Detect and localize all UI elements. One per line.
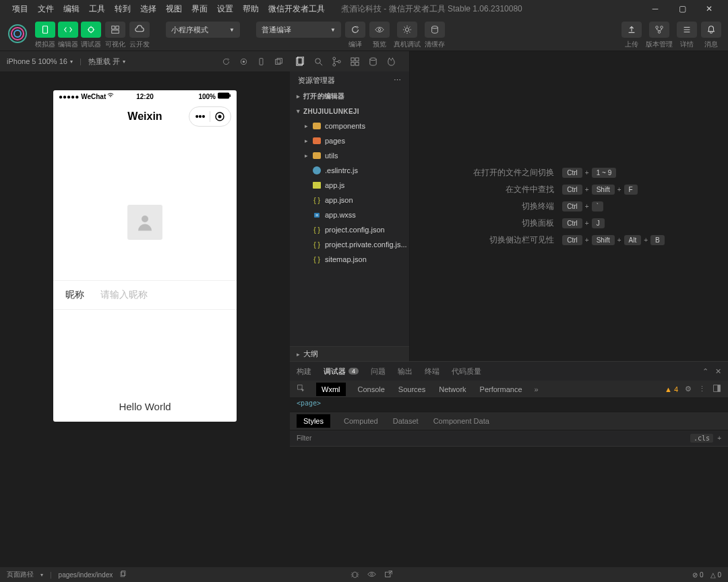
file-app.json[interactable]: { }app.json	[290, 193, 409, 207]
file-.eslintrc.js[interactable]: .eslintrc.js	[290, 163, 409, 178]
svg-point-40	[353, 572, 358, 577]
vcs-button[interactable]	[649, 22, 669, 38]
details-button[interactable]	[677, 22, 697, 38]
file-app.js[interactable]: app.js	[290, 178, 409, 193]
maximize-button[interactable]: ▢	[669, 0, 696, 18]
devtools-tab-sources[interactable]: Sources	[397, 383, 427, 396]
search-icon[interactable]	[313, 57, 324, 67]
outline-section[interactable]: ▸大纲	[290, 346, 409, 361]
element-markup[interactable]: <page>	[290, 398, 728, 412]
menu-goto[interactable]: 转到	[111, 2, 135, 16]
menu-devtools[interactable]: 微信开发者工具	[264, 2, 329, 16]
menu-view[interactable]: 视图	[162, 2, 186, 16]
db-icon[interactable]	[368, 57, 378, 67]
refresh-icon[interactable]	[221, 57, 231, 66]
devtools-tab-network[interactable]: Network	[437, 383, 467, 396]
filter-input[interactable]: Filter	[297, 434, 690, 442]
compile-button[interactable]	[345, 22, 365, 38]
styles-tab-dataset[interactable]: Dataset	[392, 414, 420, 428]
menu-project[interactable]: 项目	[8, 2, 32, 16]
upload-button[interactable]	[621, 22, 642, 38]
debugger-tab-输出[interactable]: 输出	[398, 366, 413, 377]
gear-icon[interactable]: ⚙	[685, 385, 692, 393]
nickname-input[interactable]: 请输入昵称	[100, 289, 148, 301]
tab-debugger[interactable]	[81, 22, 101, 38]
folder-pages[interactable]: ▸pages	[290, 133, 409, 148]
clear-cache-button[interactable]	[425, 22, 445, 38]
add-style-icon[interactable]: +	[717, 434, 721, 442]
devtools-tab-wxml[interactable]: Wxml	[316, 383, 346, 396]
explorer-icon[interactable]	[295, 57, 305, 67]
more-icon[interactable]: ⋯	[394, 76, 401, 85]
close-icon[interactable]: ✕	[715, 367, 721, 376]
open-editors-section[interactable]: ▸打开的编辑器	[290, 89, 409, 104]
file-project.config.json[interactable]: { }project.config.json	[290, 222, 409, 237]
file-project.private.config.js...[interactable]: { }project.private.config.js...	[290, 237, 409, 252]
toolbar: 模拟器编辑器调试器 可视化 云开发 小程序模式▼ 普通编译▼ 编译 预览 真机调…	[0, 18, 728, 51]
close-button[interactable]: ✕	[696, 0, 723, 18]
chevron-up-icon[interactable]: ⌃	[702, 367, 708, 376]
devtools-tab-performance[interactable]: Performance	[479, 383, 524, 396]
nickname-row[interactable]: 昵称 请输入昵称	[53, 280, 237, 310]
more-tabs-icon[interactable]: »	[535, 385, 539, 393]
bug-icon[interactable]	[351, 570, 359, 580]
svg-point-29	[338, 60, 340, 63]
preview-button[interactable]	[369, 22, 390, 38]
debugger-tab-代码质量[interactable]: 代码质量	[452, 366, 481, 377]
menu-edit[interactable]: 编辑	[59, 2, 84, 16]
fire-icon[interactable]	[386, 57, 396, 67]
hot-reload-toggle[interactable]: 热重载 开	[88, 57, 120, 67]
menu-interface[interactable]: 界面	[187, 2, 212, 16]
tab-visualize[interactable]	[105, 22, 125, 38]
popout-icon[interactable]	[384, 570, 393, 580]
cls-button[interactable]: .cls	[690, 434, 713, 443]
record-icon[interactable]	[239, 57, 248, 66]
tab-simulator[interactable]	[35, 22, 55, 38]
file-sitemap.json[interactable]: { }sitemap.json	[290, 252, 409, 267]
notify-button[interactable]	[701, 22, 721, 38]
menu-tools[interactable]: 工具	[85, 2, 109, 16]
target-icon[interactable]	[210, 108, 229, 125]
menu-file[interactable]: 文件	[34, 2, 58, 16]
kebab-icon[interactable]: ⋮	[698, 385, 706, 393]
avatar-placeholder[interactable]	[127, 205, 162, 240]
menu-help[interactable]: 帮助	[239, 2, 263, 16]
git-icon[interactable]	[332, 57, 342, 67]
project-section[interactable]: ▾ZHUJIULUNKEJI	[290, 104, 409, 119]
compile-select[interactable]: 普通编译▼	[256, 22, 341, 38]
svg-point-4	[89, 28, 94, 32]
error-count[interactable]: ⊘ 0	[692, 571, 703, 579]
minimize-button[interactable]: ─	[642, 0, 669, 18]
tab-editor[interactable]	[58, 22, 78, 38]
debugger-tab-构建[interactable]: 构建	[297, 366, 311, 377]
tab-cloud[interactable]	[129, 22, 150, 38]
debugger-tab-调试器[interactable]: 调试器 4	[324, 366, 359, 377]
menu-select[interactable]: 选择	[136, 2, 160, 16]
mode-select[interactable]: 小程序模式▼	[166, 22, 240, 38]
svg-point-26	[315, 58, 321, 63]
menu-dots-icon[interactable]: •••	[191, 108, 210, 125]
svg-rect-31	[355, 57, 359, 61]
folder-utils[interactable]: ▸utils	[290, 148, 409, 163]
menu-settings[interactable]: 设置	[213, 2, 237, 16]
copy-icon[interactable]	[119, 571, 127, 579]
devtools-tab-console[interactable]: Console	[357, 383, 386, 396]
extensions-icon[interactable]	[350, 57, 360, 67]
styles-tab-computed[interactable]: Computed	[342, 414, 380, 428]
debugger-tab-问题[interactable]: 问题	[371, 366, 386, 377]
inspect-icon[interactable]	[297, 384, 305, 394]
styles-tab-component-data[interactable]: Component Data	[432, 414, 491, 428]
warning-count[interactable]: △ 0	[710, 571, 721, 579]
folder-components[interactable]: ▸components	[290, 119, 409, 133]
page-path-value[interactable]: pages/index/index	[59, 571, 113, 579]
styles-tab-styles[interactable]: Styles	[297, 414, 330, 428]
remote-debug-button[interactable]	[397, 22, 417, 38]
eye-icon[interactable]	[367, 570, 376, 580]
warning-badge[interactable]: ▲ 4	[665, 385, 678, 393]
popout-icon[interactable]	[274, 57, 283, 66]
file-app.wxss[interactable]: ≡app.wxss	[290, 207, 409, 222]
device-select[interactable]: iPhone 5 100% 16	[7, 57, 67, 65]
debugger-tab-终端[interactable]: 终端	[425, 366, 439, 377]
dock-icon[interactable]	[712, 384, 721, 394]
device-icon[interactable]	[256, 57, 266, 66]
